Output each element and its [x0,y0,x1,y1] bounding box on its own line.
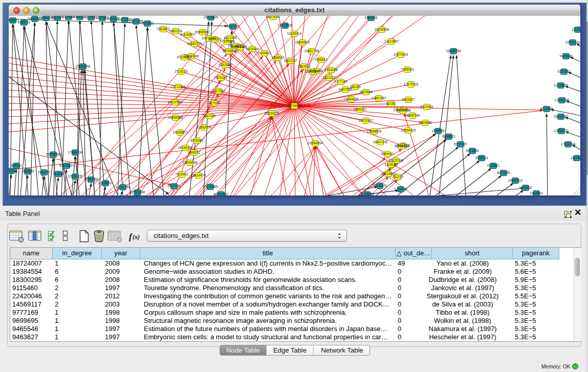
svg-text:746266: 746266 [350,85,361,89]
svg-text:16782759: 16782759 [116,185,130,189]
svg-text:9457791: 9457791 [167,184,181,188]
svg-text:10688609: 10688609 [367,129,382,133]
svg-text:12213369: 12213369 [171,85,186,89]
svg-text:10654112: 10654112 [508,179,523,182]
svg-text:15716485: 15716485 [203,185,218,188]
svg-text:7663822: 7663822 [157,27,170,31]
svg-text:4055721: 4055721 [17,20,31,24]
svg-text:7485063: 7485063 [401,68,414,71]
svg-text:9699695: 9699695 [419,121,432,124]
svg-text:16033809: 16033809 [204,16,219,19]
svg-text:9227342: 9227342 [557,70,571,73]
svg-text:9660124: 9660124 [169,29,182,33]
svg-text:6679197: 6679197 [454,142,467,146]
svg-text:16120746: 16120746 [389,159,404,162]
svg-text:17359934: 17359934 [68,150,83,154]
svg-text:16648784: 16648784 [446,49,461,53]
svg-text:12093832: 12093832 [554,83,569,87]
svg-text:9242848: 9242848 [219,63,232,67]
svg-text:1644095: 1644095 [431,129,445,133]
svg-text:8078673: 8078673 [361,192,374,195]
svg-text:10756928: 10756928 [395,144,409,148]
svg-text:10958107: 10958107 [98,181,113,185]
svg-text:15751074: 15751074 [565,40,580,44]
svg-text:7955812: 7955812 [314,58,328,61]
svg-text:2687682: 2687682 [364,16,378,19]
svg-text:12213967: 12213967 [384,39,399,43]
svg-text:16154808: 16154808 [375,28,389,31]
svg-text:12923446: 12923446 [130,190,145,194]
svg-text:10973493: 10973493 [394,53,408,56]
svg-text:8678332: 8678332 [190,139,204,142]
svg-text:16914479: 16914479 [191,173,206,177]
svg-text:9463627: 9463627 [402,98,415,101]
svg-text:11353594: 11353594 [197,125,212,129]
svg-text:47295260: 47295260 [220,39,235,43]
svg-text:19218506: 19218506 [278,24,293,27]
svg-text:17957255: 17957255 [84,178,99,181]
svg-text:1615132: 1615132 [384,163,398,166]
svg-text:9084067: 9084067 [381,152,394,156]
svg-text:13692971: 13692971 [554,129,569,133]
svg-text:(x): (x) [133,233,140,240]
svg-text:16046788: 16046788 [178,146,193,149]
svg-text:9474444: 9474444 [466,149,479,152]
svg-text:8215958: 8215958 [540,107,553,111]
svg-text:5875685: 5875685 [222,49,235,53]
svg-text:20206556: 20206556 [46,152,61,156]
svg-text:6322037: 6322037 [284,59,297,62]
svg-text:10807487: 10807487 [372,96,386,100]
svg-text:62160: 62160 [386,102,396,105]
svg-text:15409948: 15409948 [183,161,198,164]
svg-text:21364436: 21364436 [344,97,359,101]
svg-text:4612365: 4612365 [224,36,237,39]
svg-text:89089901: 89089901 [195,30,210,34]
svg-text:11325419: 11325419 [287,32,302,35]
svg-text:7625402: 7625402 [175,172,188,176]
svg-text:6794028: 6794028 [324,68,338,72]
svg-text:1112074: 1112074 [572,28,580,31]
svg-text:7374122: 7374122 [234,45,247,49]
svg-text:30975867: 30975867 [59,164,74,167]
svg-text:97226012: 97226012 [177,55,192,59]
svg-text:16654923: 16654923 [401,128,416,132]
svg-text:12444196: 12444196 [555,98,570,102]
svg-text:18724007: 18724007 [287,104,302,107]
svg-text:1621022: 1621022 [322,76,336,79]
svg-text:19166827: 19166827 [173,130,188,134]
svg-text:1167533: 1167533 [571,156,580,160]
svg-text:2718126: 2718126 [175,70,188,73]
svg-text:18640910: 18640910 [295,40,310,44]
svg-text:2942737: 2942737 [37,170,51,174]
svg-text:17016504: 17016504 [561,142,576,146]
svg-text:13561597: 13561597 [305,70,320,73]
svg-text:1362615: 1362615 [297,64,311,68]
svg-text:7357224: 7357224 [226,25,239,28]
svg-text:10025438: 10025438 [396,108,411,112]
svg-text:18807249: 18807249 [373,140,388,144]
svg-text:9478454: 9478454 [246,47,259,51]
svg-text:114519: 114519 [53,172,64,176]
svg-text:9146821: 9146821 [258,51,271,55]
svg-text:1733426: 1733426 [394,187,407,191]
svg-text:12975115: 12975115 [404,82,419,86]
svg-text:9129966: 9129966 [559,54,573,58]
svg-text:16961758: 16961758 [304,49,319,53]
svg-text:1588520: 1588520 [271,56,285,59]
svg-text:15495784: 15495784 [405,114,420,117]
svg-text:83140807: 83140807 [181,33,195,36]
svg-text:10107552: 10107552 [168,100,183,104]
svg-text:19384554: 19384554 [308,141,323,145]
svg-text:25300275: 25300275 [265,112,279,115]
svg-text:3498222: 3498222 [187,150,201,154]
svg-text:2935114: 2935114 [475,156,488,160]
svg-text:1499914: 1499914 [530,191,543,195]
svg-text:835061: 835061 [11,164,22,167]
svg-text:12505135: 12505135 [68,174,83,178]
svg-text:83197857: 83197857 [214,192,229,195]
svg-text:252214: 252214 [392,175,403,179]
svg-text:9777169: 9777169 [334,80,347,83]
svg-text:16210643: 16210643 [554,115,569,118]
svg-text:8938923: 8938923 [442,135,455,138]
svg-text:7986322: 7986322 [353,107,366,111]
